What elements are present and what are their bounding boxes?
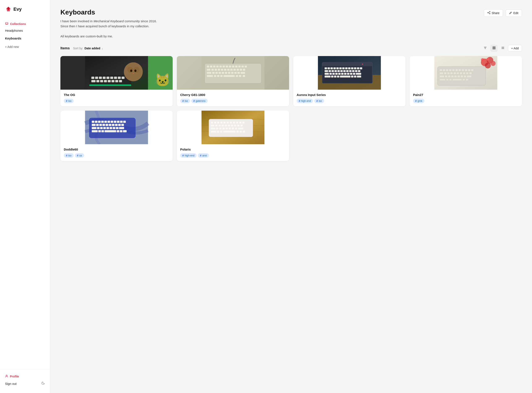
app-logo[interactable]: Evy [0,0,50,19]
svg-rect-36 [111,80,115,82]
edit-button[interactable]: Edit [506,10,522,17]
add-item-button[interactable]: + Add [508,45,522,52]
svg-rect-179 [461,75,463,78]
svg-rect-110 [360,67,362,69]
svg-rect-71 [237,69,239,71]
svg-rect-103 [339,67,342,69]
collections-icon [5,22,8,26]
item-image-doddle [60,111,173,144]
item-card-doddle[interactable]: Doddle60 # iso # sa [60,111,173,161]
profile-section-label[interactable]: Profile [3,373,47,379]
add-new-button[interactable]: + Add new [3,43,47,51]
svg-rect-137 [337,76,339,78]
svg-rect-173 [440,75,444,78]
item-tags-cherry: # iso # gaterons [180,99,286,103]
tag-gmk[interactable]: # gmk [413,99,424,103]
svg-rect-167 [454,72,456,74]
tag-iso-og[interactable]: # iso [64,99,74,103]
sidebar-collections-section[interactable]: Collections [3,20,47,27]
tag-iso-cherry[interactable]: # iso [180,99,190,103]
svg-rect-129 [344,73,347,75]
svg-rect-206 [106,124,108,126]
tag-sa[interactable]: # sa [75,153,84,158]
tag-ansi[interactable]: # ansi [198,153,209,158]
svg-rect-78 [222,72,224,74]
svg-point-42 [130,69,132,72]
item-card-cherry[interactable]: Cherry G81-1800 # iso # gaterons [177,56,289,106]
share-button[interactable]: Share [484,9,503,17]
tag-iso-aurora[interactable]: # iso [314,99,324,103]
item-image-the-og [60,56,173,90]
svg-rect-248 [231,124,233,127]
svg-rect-72 [240,69,242,71]
svg-point-3 [6,375,7,376]
svg-rect-77 [219,72,221,74]
svg-rect-142 [362,64,363,65]
svg-rect-84 [241,72,245,74]
svg-rect-245 [222,124,224,127]
svg-rect-22 [92,77,94,79]
svg-rect-217 [110,127,112,129]
item-card-aurora[interactable]: Aurora Input Series # high-end # iso [293,56,406,106]
svg-rect-239 [236,122,238,124]
sort-by-label: Sort by: [73,47,83,50]
filter-button[interactable] [482,45,489,52]
svg-rect-244 [218,124,221,127]
svg-point-4 [489,12,490,12]
svg-rect-181 [467,75,472,78]
sidebar-item-keyboards[interactable]: Keyboards [3,34,47,42]
sort-arrow-icon: ↓ [102,47,103,50]
sort-value[interactable]: Date added [85,47,100,50]
item-name-pain27: Pain27 [413,93,519,97]
item-tags-aurora: # high-end # iso [297,99,402,103]
svg-rect-198 [114,121,116,123]
item-card-polaris[interactable]: Polaris # high-end # ansi [177,111,289,161]
svg-rect-58 [235,65,238,68]
tag-high-end-polaris[interactable]: # high-end [180,153,197,158]
svg-rect-184 [449,79,452,81]
svg-rect-223 [102,130,104,132]
page-header-left: Keyboards I have been involved in Mechan… [60,8,157,39]
svg-point-41 [134,67,140,73]
svg-rect-68 [227,69,230,71]
svg-rect-120 [352,70,354,72]
svg-rect-132 [353,73,355,75]
app-logo-icon [5,6,12,13]
svg-rect-242 [211,124,215,127]
svg-rect-87 [217,75,220,77]
tag-high-end-aurora[interactable]: # high-end [297,99,313,103]
svg-rect-214 [100,127,103,129]
svg-rect-99 [328,67,330,69]
grid-icon [492,46,496,50]
list-view-button[interactable] [499,45,506,52]
tag-iso-doddle[interactable]: # iso [64,153,74,158]
tag-gaterons[interactable]: # gaterons [191,99,208,103]
svg-rect-54 [222,65,225,68]
svg-rect-154 [446,69,449,71]
sign-out-button[interactable]: Sign out [3,379,47,388]
item-info-cherry: Cherry G81-1800 # iso # gaterons [177,90,289,106]
page-header: Keyboards I have been involved in Mechan… [60,8,522,39]
item-thumbnail-aurora [293,56,406,90]
svg-rect-102 [337,67,339,69]
svg-rect-60 [242,65,244,68]
item-name-aurora: Aurora Input Series [297,93,402,97]
svg-rect-174 [445,75,447,78]
item-card-the-og[interactable]: The OG # iso [60,56,173,106]
svg-rect-169 [460,72,462,74]
item-tags-pain27: # gmk [413,99,519,103]
main-content: Keyboards I have been involved in Mechan… [50,0,532,393]
svg-rect-249 [234,124,237,127]
svg-rect-192 [95,121,97,123]
dark-mode-icon[interactable] [41,381,45,386]
grid-view-button[interactable] [490,45,498,52]
svg-rect-34 [104,80,107,82]
svg-rect-171 [466,72,469,74]
svg-rect-254 [219,128,222,129]
sidebar-item-headphones[interactable]: Headphones [3,27,47,34]
svg-rect-253 [216,128,219,129]
sort-control[interactable]: Sort by: Date added ↓ [73,47,103,50]
item-thumbnail-og [60,56,173,90]
item-card-pain27[interactable]: Pain27 # gmk [410,56,522,106]
svg-rect-155 [449,69,452,71]
